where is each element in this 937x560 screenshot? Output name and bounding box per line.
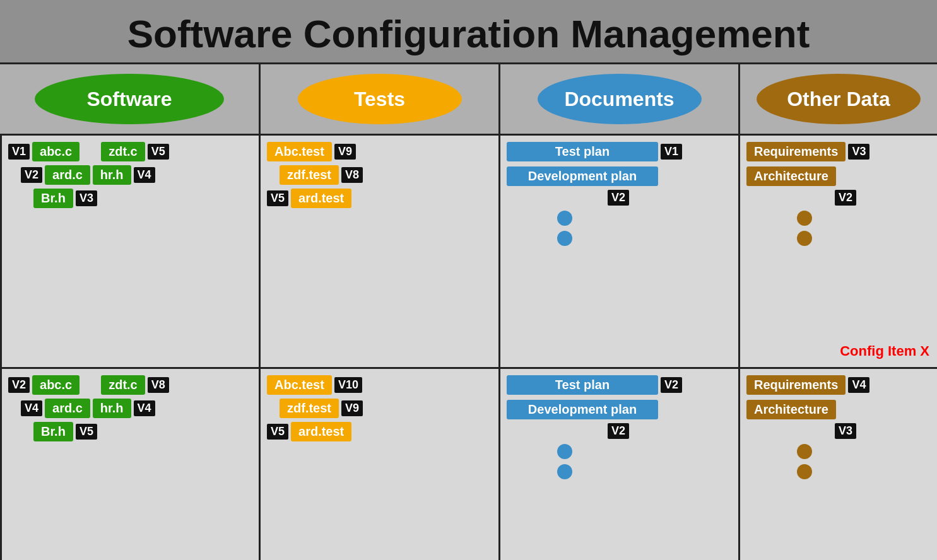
doc-file: Test plan xyxy=(507,142,658,161)
config-item-x-label: Config Item X xyxy=(840,343,929,359)
documents-ellipse: Documents xyxy=(538,74,702,124)
sw-row3: Br.h V5 xyxy=(33,422,252,441)
v-badge: V9 xyxy=(341,400,363,416)
dot-1 xyxy=(557,211,572,226)
doc-file: Test plan xyxy=(507,375,658,395)
test-row3: V5 ard.test xyxy=(267,189,492,208)
dot-1 xyxy=(557,444,572,459)
v-badge: V2 xyxy=(661,377,682,393)
row2-documents: Test plan V2 Development plan V2 xyxy=(498,367,738,560)
sw-row2: V4 ard.c hr.h V4 xyxy=(21,399,252,418)
sw-file: abc.c xyxy=(32,142,80,161)
header-software: Software xyxy=(0,64,259,134)
software-ellipse: Software xyxy=(35,74,224,124)
sw-row3: Br.h V3 xyxy=(33,189,252,208)
v-badge: V5 xyxy=(267,190,288,206)
v-badge: V5 xyxy=(76,424,97,440)
doc-row2: Development plan xyxy=(507,400,732,419)
v-badge: V2 xyxy=(835,190,856,206)
tests-label: Tests xyxy=(354,88,405,111)
v-badge: V2 xyxy=(21,167,42,183)
test-row2: zdf.test V9 xyxy=(280,399,492,418)
page-title: Software Configuration Management xyxy=(0,0,937,62)
test-file: ard.test xyxy=(291,422,351,441)
row2-software: V2 abc.c zdt.c V8 V4 ard.c hr.h V4 Br.h … xyxy=(0,367,259,560)
row2-tests: Abc.test V10 zdf.test V9 V5 ard.test xyxy=(259,367,498,560)
sw-file: Br.h xyxy=(33,422,73,441)
sw-file: ard.c xyxy=(45,399,90,418)
v-badge: V8 xyxy=(341,167,363,183)
v-badge: V3 xyxy=(835,423,856,439)
doc-row1: Test plan V2 xyxy=(507,375,732,395)
row1-tests: Abc.test V9 zdf.test V8 V5 ard.test xyxy=(259,134,498,367)
v-badge: V9 xyxy=(334,144,356,160)
other-ellipse: Other Data xyxy=(757,74,921,124)
sw-file: ard.c xyxy=(45,165,90,185)
dot-2 xyxy=(797,231,812,246)
sw-file: zdt.c xyxy=(101,375,145,395)
sw-row1: V2 abc.c zdt.c V8 xyxy=(8,375,252,395)
sw-row1: V1 abc.c zdt.c V5 xyxy=(8,142,252,161)
row2-other: Requirements V4 Architecture V3 Config. … xyxy=(738,367,937,560)
doc-file: Development plan xyxy=(507,400,658,419)
header-tests: Tests xyxy=(259,64,498,134)
v-badge: V5 xyxy=(267,424,288,440)
header-documents: Documents xyxy=(498,64,738,134)
v-badge: V8 xyxy=(148,377,169,393)
v-badge: V2 xyxy=(8,377,30,393)
other-row1: Requirements V4 xyxy=(746,375,931,395)
software-label: Software xyxy=(86,88,172,111)
other-file: Requirements xyxy=(746,375,846,395)
sw-file: hr.h xyxy=(93,399,131,418)
sw-file: hr.h xyxy=(93,165,131,185)
dot-2 xyxy=(557,464,572,479)
row1-other: Requirements V3 Architecture V2 Config I… xyxy=(738,134,937,367)
v-badge: V10 xyxy=(334,377,362,393)
row1-software: V1 abc.c zdt.c V5 V2 ard.c hr.h V4 Br.h … xyxy=(0,134,259,367)
other-file: Architecture xyxy=(746,166,836,186)
v-badge: V4 xyxy=(134,400,155,416)
other-row1: Requirements V3 xyxy=(746,142,931,161)
other-file: Requirements xyxy=(746,142,846,161)
v-badge: V4 xyxy=(21,400,42,416)
tests-ellipse: Tests xyxy=(298,74,462,124)
v-badge: V4 xyxy=(848,377,869,393)
test-row3: V5 ard.test xyxy=(267,422,492,441)
dot-1 xyxy=(797,444,812,459)
sw-file: abc.c xyxy=(32,375,80,395)
other-row2b: V3 xyxy=(835,423,931,439)
dot-2 xyxy=(557,231,572,246)
documents-label: Documents xyxy=(564,88,674,111)
sw-file: zdt.c xyxy=(101,142,145,161)
test-row1: Abc.test V10 xyxy=(267,375,492,395)
doc-row2: Development plan xyxy=(507,166,732,186)
v-badge: V3 xyxy=(848,144,869,160)
doc-dots-2 xyxy=(557,444,732,479)
test-file: Abc.test xyxy=(267,375,332,395)
v-badge: V5 xyxy=(148,144,169,160)
test-file: ard.test xyxy=(291,189,351,208)
v-badge: V1 xyxy=(661,144,682,160)
other-label: Other Data xyxy=(787,88,890,111)
doc-file: Development plan xyxy=(507,166,658,186)
test-file: zdf.test xyxy=(280,399,339,418)
test-row2: zdf.test V8 xyxy=(280,165,492,185)
doc-row3: V2 xyxy=(608,423,732,439)
doc-row1: Test plan V1 xyxy=(507,142,732,161)
test-row1: Abc.test V9 xyxy=(267,142,492,161)
v-badge: V2 xyxy=(608,423,629,439)
test-file: Abc.test xyxy=(267,142,332,161)
sw-row2: V2 ard.c hr.h V4 xyxy=(21,165,252,185)
other-dots xyxy=(797,211,931,246)
other-row2: Architecture xyxy=(746,166,931,186)
other-file: Architecture xyxy=(746,400,836,419)
header-other: Other Data xyxy=(738,64,937,134)
other-dots-2 xyxy=(797,444,931,479)
dot-1 xyxy=(797,211,812,226)
doc-row3: V2 xyxy=(608,190,732,206)
test-file: zdf.test xyxy=(280,165,339,185)
doc-dots xyxy=(557,211,732,246)
main-grid: Software Tests Documents Other Data V1 a… xyxy=(0,62,937,560)
v-badge: V3 xyxy=(76,190,97,206)
sw-file: Br.h xyxy=(33,189,73,208)
